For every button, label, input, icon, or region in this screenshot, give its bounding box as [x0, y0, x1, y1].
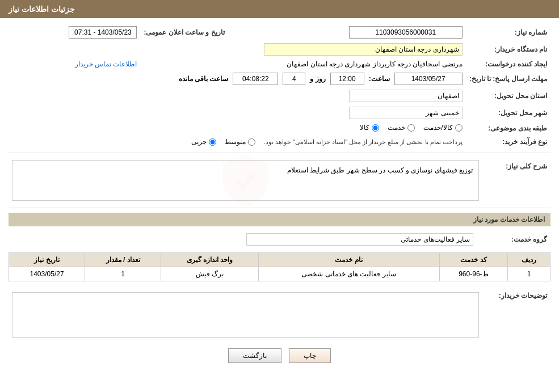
deadline-remaining-label: ساعت باقی مانده	[179, 75, 229, 83]
deadline-days-label: روز و	[310, 75, 325, 83]
province-value: اصفهان	[9, 87, 466, 104]
main-info-table: شماره نیاز: 1103093056000031 تاریخ و ساع…	[9, 24, 550, 148]
radio-kala: کالا	[360, 124, 379, 132]
table-row: مهلت ارسال پاسخ: تا تاریخ: 1403/05/27 سا…	[9, 70, 550, 87]
requester-label: ایجاد کننده درخواست:	[466, 58, 550, 70]
city-field: خمینی شهر	[349, 107, 463, 119]
need-number-label: شماره نیاز:	[466, 24, 550, 41]
radio-kala-label: کالا	[360, 124, 369, 132]
description-content: توزیع فیشهای نوسازی و کسب در سطح شهر طبق…	[15, 163, 476, 197]
radio-kala-khedmat-label: کالا/خدمت	[423, 124, 452, 132]
service-group-value: سایر فعالیت‌های خدماتی	[9, 231, 477, 248]
print-button[interactable]: چاپ	[289, 348, 331, 363]
need-number-field: 1103093056000031	[349, 26, 463, 39]
radio-jozi-label: جزیی	[191, 138, 207, 146]
service-group-field: سایر فعالیت‌های خدماتی	[246, 233, 473, 246]
table-row: 1ط-96-960سایر فعالیت های خدماتی شخصیبرگ …	[9, 267, 550, 281]
content-area: شماره نیاز: 1103093056000031 تاریخ و ساع…	[0, 18, 559, 377]
process-radio-group: پرداخت تمام یا بخشی از مبلغ خریدار از مح…	[191, 138, 463, 146]
table-row: شهر محل تحویل: خمینی شهر	[9, 104, 550, 121]
table-cell: برگ فیش	[161, 267, 259, 281]
services-section: اطلاعات خدمات مورد نیاز گروه خدمت: سایر …	[9, 213, 550, 281]
requester-value: مرتضی اسحاقیان درجه کاربرداز شهرداری درج…	[140, 58, 465, 70]
announcement-label: تاریخ و ساعت اعلان عمومی:	[140, 24, 242, 41]
radio-kala-input[interactable]	[372, 124, 379, 132]
page-container: جزئیات اطلاعات نیاز شماره نیاز: 11030930…	[0, 0, 559, 392]
table-header-row: ردیف کد خدمت نام خدمت واحد اندازه گیری ت…	[9, 253, 550, 267]
description-field: توزیع فیشهای نوسازی و کسب در سطح شهر طبق…	[12, 160, 479, 201]
notes-table: توضیحات خریدار:	[9, 287, 550, 340]
deadline-label: مهلت ارسال پاسخ: تا تاریخ:	[466, 70, 550, 87]
col-unit: واحد اندازه گیری	[161, 253, 259, 267]
table-row: استان محل تحویل: اصفهان	[9, 87, 550, 104]
services-section-title: اطلاعات خدمات مورد نیاز	[9, 213, 550, 226]
divider-2	[9, 208, 550, 208]
radio-jozi-input[interactable]	[209, 138, 216, 146]
description-cell: توزیع فیشهای نوسازی و کسب در سطح شهر طبق…	[9, 158, 482, 203]
radio-khedmat-input[interactable]	[407, 124, 415, 132]
buyer-org-label: نام دستگاه خریدار:	[466, 41, 550, 58]
radio-motavaset-input[interactable]	[248, 138, 255, 146]
category-row: کالا/خدمت خدمت کالا	[9, 121, 466, 136]
process-row: پرداخت تمام یا بخشی از مبلغ خریدار از مح…	[9, 136, 466, 149]
table-row: ایجاد کننده درخواست: مرتضی اسحاقیان درجه…	[9, 58, 550, 70]
table-cell: سایر فعالیت های خدماتی شخصی	[258, 267, 439, 281]
radio-kala-khedmat: کالا/خدمت	[423, 124, 462, 132]
province-field: اصفهان	[349, 90, 463, 102]
contact-link[interactable]: اطلاعات تماس خریدار	[75, 60, 137, 68]
table-row: توضیحات خریدار:	[9, 287, 550, 340]
services-data-table: ردیف کد خدمت نام خدمت واحد اندازه گیری ت…	[9, 252, 550, 281]
category-radio-group: کالا/خدمت خدمت کالا	[360, 124, 462, 132]
buyer-notes-field[interactable]	[12, 292, 479, 338]
services-table-body: 1ط-96-960سایر فعالیت های خدماتی شخصیبرگ …	[9, 267, 550, 281]
back-button[interactable]: بازگشت	[228, 348, 281, 363]
page-header: جزئیات اطلاعات نیاز	[0, 0, 559, 18]
deadline-days-field: 4	[283, 73, 305, 85]
col-service-code: کد خدمت	[439, 253, 508, 267]
deadline-remaining-field: 04:08:22	[233, 73, 278, 85]
buttons-area: چاپ بازگشت	[9, 348, 550, 363]
page-title: جزئیات اطلاعات نیاز	[9, 5, 75, 14]
table-row: شماره نیاز: 1103093056000031 تاریخ و ساع…	[9, 24, 550, 41]
shield-watermark-icon	[212, 152, 280, 209]
table-row: طبقه بندی موضوعی: کالا/خدمت خدمت	[9, 121, 550, 136]
description-label: شرح کلی نیاز:	[482, 158, 550, 203]
buyer-notes-cell	[9, 287, 482, 340]
table-row: نام دستگاه خریدار: شهرداری درجه استان اص…	[9, 41, 550, 58]
time-section: 1403/05/27 ساعت: 12:00 روز و 4 04:08:22 …	[12, 73, 463, 85]
description-text: توزیع فیشهای نوسازی و کسب در سطح شهر طبق…	[15, 163, 476, 177]
table-row: نوع فرآیند خرید: پرداخت تمام یا بخشی از …	[9, 136, 550, 149]
col-date: تاریخ نیاز	[9, 253, 85, 267]
col-row-num: ردیف	[508, 253, 550, 267]
deadline-time-field: 12:00	[330, 73, 364, 85]
description-table: شرح کلی نیاز: توزیع فیشهای نوسازی و کسب …	[9, 158, 550, 203]
buyer-notes-label: توضیحات خریدار:	[482, 287, 550, 340]
table-cell: ط-96-960	[439, 267, 508, 281]
table-row: گروه خدمت: سایر فعالیت‌های خدماتی	[9, 231, 550, 248]
service-group-label: گروه خدمت:	[477, 231, 550, 248]
table-cell: 1	[508, 267, 550, 281]
process-note-text: پرداخت تمام یا بخشی از مبلغ خریدار از مح…	[264, 138, 463, 146]
divider-1	[9, 153, 550, 153]
radio-khedmat: خدمت	[388, 124, 415, 132]
services-table-header: ردیف کد خدمت نام خدمت واحد اندازه گیری ت…	[9, 253, 550, 267]
requester-text: مرتضی اسحاقیان درجه کاربرداز شهرداری درج…	[287, 60, 462, 68]
city-label: شهر محل تحویل:	[466, 104, 550, 121]
service-group-table: گروه خدمت: سایر فعالیت‌های خدماتی	[9, 231, 550, 248]
radio-khedmat-label: خدمت	[388, 124, 405, 132]
col-service-name: نام خدمت	[258, 253, 439, 267]
city-value: خمینی شهر	[9, 104, 466, 121]
announcement-value: 1403/05/23 - 07:31	[9, 24, 140, 41]
radio-kala-khedmat-input[interactable]	[455, 124, 463, 132]
announcement-field: 1403/05/23 - 07:31	[69, 26, 137, 39]
deadline-time-label: ساعت:	[369, 75, 390, 83]
radio-motavaset: متوسط	[225, 138, 255, 146]
process-label: نوع فرآیند خرید:	[466, 136, 550, 149]
table-cell: 1	[85, 267, 161, 281]
radio-jozi: جزیی	[191, 138, 216, 146]
buyer-org-field: شهرداری درجه استان اصفهان	[264, 43, 463, 56]
col-quantity: تعداد / مقدار	[85, 253, 161, 267]
need-number-value: 1103093056000031	[254, 24, 465, 41]
category-label: طبقه بندی موضوعی:	[466, 121, 550, 136]
deadline-date-field: 1403/05/27	[394, 73, 463, 85]
